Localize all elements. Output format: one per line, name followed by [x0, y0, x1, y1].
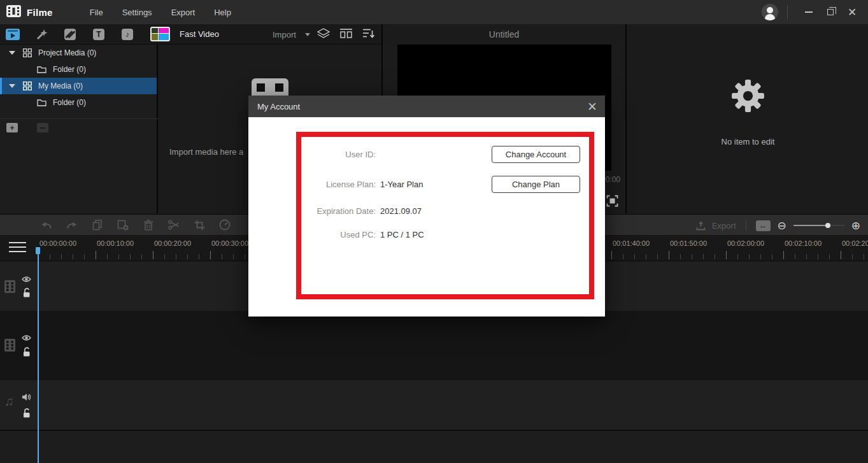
- ruler-tick: [806, 254, 807, 259]
- fullscreen-icon[interactable]: [606, 195, 618, 210]
- ruler-tick: [841, 251, 841, 259]
- minimize-button[interactable]: [798, 0, 820, 24]
- ruler-timestamp: 00:02:20:00: [842, 239, 868, 247]
- chevron-down-icon: [305, 33, 310, 36]
- ruler-tick: [795, 254, 795, 259]
- ruler-tick: [657, 254, 658, 259]
- tree-item-my-media[interactable]: My Media (0): [0, 78, 157, 94]
- ruler-tick: [818, 254, 818, 259]
- window-titlebar: Filme File Settings Export Help ✕: [0, 0, 868, 24]
- export-button[interactable]: Export: [712, 221, 736, 231]
- used-pc-label: Used PC:: [306, 230, 376, 239]
- ruler-tick: [141, 254, 142, 259]
- film-track-icon: [4, 339, 15, 354]
- copy-icon[interactable]: [92, 219, 103, 231]
- zoom-out-button[interactable]: ⊖: [778, 220, 786, 231]
- text-tool-icon[interactable]: T: [91, 27, 106, 41]
- delete-icon[interactable]: [143, 219, 154, 231]
- restore-button[interactable]: [820, 0, 841, 24]
- folder-icon: [37, 66, 46, 73]
- tree-item-project-media[interactable]: Project Media (0): [0, 45, 157, 61]
- ruler-tick: [50, 254, 50, 259]
- ruler-tick: [199, 254, 199, 259]
- ruler-timestamp: 00:00:10:00: [97, 239, 134, 247]
- preview-timecode: 0:00: [606, 175, 620, 184]
- audio-track[interactable]: ♫: [0, 380, 868, 431]
- media-tree-panel: Project Media (0) Folder (0) My Media (0…: [0, 45, 158, 213]
- ruler-tick: [760, 254, 761, 259]
- change-account-button[interactable]: Change Account: [492, 146, 580, 163]
- unlock-icon[interactable]: [22, 408, 31, 421]
- timeline-zoom-slider[interactable]: [793, 221, 844, 230]
- ruler-tick: [61, 254, 62, 259]
- zoom-in-button[interactable]: ⊕: [851, 220, 860, 231]
- speed-icon[interactable]: [219, 219, 231, 231]
- tree-item-label: Folder (0): [53, 65, 86, 74]
- paste-add-icon[interactable]: [117, 219, 129, 231]
- dialog-title: My Account: [257, 102, 300, 111]
- track-menu-icon[interactable]: [9, 242, 26, 255]
- eye-visibility-icon[interactable]: [22, 274, 31, 285]
- license-plan-value: 1-Year Plan: [380, 180, 423, 189]
- grid-view-icon[interactable]: [340, 29, 352, 41]
- ruler-tick: [222, 254, 222, 259]
- toolbar-row: T ♪ Fast Video Import Untitled: [0, 24, 868, 45]
- fit-timeline-button[interactable]: ↔: [756, 220, 771, 231]
- redo-icon[interactable]: [66, 219, 78, 231]
- add-folder-button[interactable]: +: [6, 123, 18, 132]
- ruler-timestamp: 00:00:20:00: [154, 239, 191, 247]
- undo-icon[interactable]: [41, 219, 52, 231]
- user-id-label: User ID:: [306, 150, 376, 159]
- eye-visibility-icon[interactable]: [22, 332, 31, 344]
- grid-media-icon: [23, 48, 32, 57]
- account-avatar[interactable]: [762, 4, 778, 20]
- layers-view-icon[interactable]: [317, 28, 330, 41]
- fast-video-item[interactable]: Fast Video: [150, 27, 219, 41]
- gear-icon: [729, 76, 767, 118]
- ruler-tick: [646, 254, 646, 259]
- timeline-empty-area: [0, 431, 868, 463]
- ruler-tick: [726, 251, 727, 259]
- music-note-icon: ♫: [4, 395, 14, 408]
- slider-handle[interactable]: [825, 223, 830, 228]
- transitions-icon[interactable]: [62, 27, 78, 41]
- playhead-line[interactable]: [38, 247, 39, 463]
- menu-export[interactable]: Export: [171, 8, 196, 17]
- media-tab-icon[interactable]: [5, 27, 20, 41]
- license-plan-row: License Plan: 1-Year Plan Change Plan: [306, 176, 580, 193]
- speaker-icon[interactable]: [22, 392, 31, 404]
- unlock-icon[interactable]: [22, 288, 31, 301]
- ruler-tick: [210, 251, 211, 259]
- tree-item-folder-1[interactable]: Folder (0): [0, 61, 157, 78]
- import-dropdown[interactable]: Import: [273, 24, 310, 45]
- tree-item-folder-2[interactable]: Folder (0): [0, 94, 157, 111]
- menu-file[interactable]: File: [90, 8, 103, 17]
- close-button[interactable]: ✕: [841, 0, 863, 24]
- cut-icon[interactable]: [168, 219, 180, 231]
- menu-settings[interactable]: Settings: [122, 8, 152, 17]
- ruler-tick: [611, 251, 612, 259]
- dialog-titlebar[interactable]: My Account ✕: [248, 96, 605, 117]
- crop-icon[interactable]: [194, 219, 205, 231]
- tree-separator: [0, 118, 158, 119]
- ruler-tick: [187, 254, 188, 259]
- delete-folder-button[interactable]: [37, 123, 48, 132]
- unlock-icon[interactable]: [22, 347, 31, 360]
- ruler-timestamp: 00:00:30:00: [211, 239, 248, 247]
- my-account-dialog: My Account ✕ User ID: @g... Change Accou…: [248, 96, 605, 317]
- ruler-timestamp: 00:00:00:00: [39, 239, 76, 247]
- dialog-close-icon[interactable]: ✕: [587, 96, 597, 117]
- change-plan-button[interactable]: Change Plan: [492, 176, 580, 193]
- tree-item-label: Project Media (0): [38, 48, 96, 57]
- video-track-2[interactable]: [0, 311, 868, 380]
- edit-properties-panel: No item to edit: [625, 45, 868, 213]
- user-id-row: User ID: @g... Change Account: [306, 146, 580, 163]
- effects-wand-icon[interactable]: [34, 27, 49, 41]
- ruler-tick: [680, 254, 681, 259]
- caret-down-icon[interactable]: [9, 51, 15, 55]
- caret-down-icon[interactable]: [9, 84, 15, 88]
- ruler-tick: [669, 251, 669, 259]
- audio-tool-icon[interactable]: ♪: [120, 27, 135, 41]
- menu-help[interactable]: Help: [214, 8, 231, 17]
- sort-icon[interactable]: [362, 28, 374, 41]
